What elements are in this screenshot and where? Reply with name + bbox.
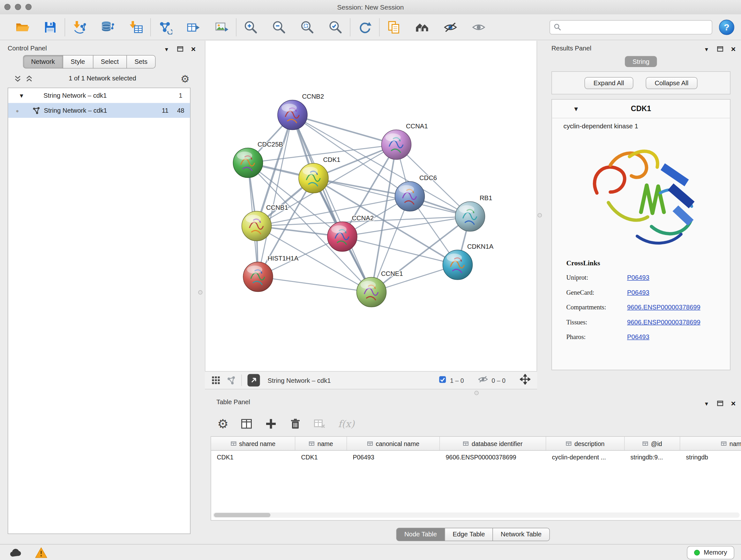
network-node-cdc6[interactable] xyxy=(395,182,425,211)
network-canvas[interactable]: CCNB2CCNA1CDC25BCDK1CDC6RB1CCNB1CCNA2CDK… xyxy=(205,41,537,371)
panel-resize-handle[interactable] xyxy=(538,213,542,218)
memory-button[interactable]: Memory xyxy=(687,546,734,559)
selected-checkbox-icon[interactable] xyxy=(439,376,447,385)
panel-float-button[interactable] xyxy=(176,45,184,53)
table-cell[interactable]: stringdb:9... xyxy=(625,451,680,464)
network-row-selected[interactable]: ● String Network – cdk1 11 48 xyxy=(8,103,190,118)
zoom-selected-button[interactable] xyxy=(326,17,345,38)
table-cell[interactable]: 9606.ENSP00000378699 xyxy=(440,451,546,464)
column-header-canonical-name[interactable]: canonical name xyxy=(347,437,440,450)
search-input[interactable] xyxy=(564,23,708,31)
network-node-hist1h1a[interactable] xyxy=(243,262,273,292)
tab-sets[interactable]: Sets xyxy=(126,55,156,69)
network-node-ccnb1[interactable] xyxy=(242,211,272,241)
network-node-ccne1[interactable] xyxy=(357,277,387,307)
crosslink-value-link[interactable]: 9606.ENSP00000378699 xyxy=(627,300,730,315)
tab-edge-table[interactable]: Edge Table xyxy=(445,528,493,541)
network-node-ccnb2[interactable] xyxy=(278,100,307,130)
expand-all-button[interactable]: Expand All xyxy=(584,77,633,89)
export-image-button[interactable] xyxy=(212,17,231,38)
panel-resize-handle[interactable] xyxy=(198,290,203,295)
close-icon: ✕ xyxy=(731,46,736,52)
scrollbar-thumb[interactable] xyxy=(214,513,271,517)
tab-node-table[interactable]: Node Table xyxy=(396,528,445,541)
network-node-ccna1[interactable] xyxy=(382,130,411,160)
create-column-button[interactable] xyxy=(265,418,277,430)
panel-menu-button[interactable]: ▾ xyxy=(163,45,171,53)
column-header-name[interactable]: name xyxy=(295,437,347,450)
network-edge[interactable] xyxy=(293,115,397,145)
show-hidden-button[interactable] xyxy=(469,17,488,38)
import-table-from-file-button[interactable] xyxy=(126,17,145,38)
open-session-button[interactable] xyxy=(12,17,31,38)
zoom-in-button[interactable] xyxy=(241,17,260,38)
grid-view-button[interactable] xyxy=(212,376,220,385)
zoom-out-button[interactable] xyxy=(270,17,289,38)
new-network-button[interactable] xyxy=(156,17,175,38)
network-node-ccna2[interactable] xyxy=(327,222,357,252)
column-header-shared-name[interactable]: shared name xyxy=(211,437,295,450)
horizontal-scrollbar[interactable] xyxy=(213,512,740,518)
table-cell[interactable]: cyclin-dependent ... xyxy=(546,451,625,464)
network-node-cdkn1a[interactable] xyxy=(443,250,473,280)
export-table-button[interactable] xyxy=(184,17,203,38)
collapse-all-button[interactable]: Collapse All xyxy=(646,77,697,89)
tab-select[interactable]: Select xyxy=(92,55,127,69)
hide-selected-button[interactable] xyxy=(441,17,460,38)
panel-close-button[interactable]: ✕ xyxy=(730,45,737,53)
panel-close-button[interactable]: ✕ xyxy=(190,45,197,53)
table-cell[interactable]: stringdb xyxy=(680,451,741,464)
network-edge[interactable] xyxy=(258,115,293,277)
protein-card-header[interactable]: ▼ CDK1 xyxy=(552,100,730,118)
save-session-button[interactable] xyxy=(41,17,60,38)
tab-network-table[interactable]: Network Table xyxy=(493,528,550,541)
tab-style[interactable]: Style xyxy=(63,55,93,69)
apply-layout-button[interactable] xyxy=(355,17,374,38)
hidden-eye-slash-icon[interactable] xyxy=(478,375,488,385)
table-options-gear-button[interactable]: ⚙ xyxy=(217,418,228,430)
delete-column-button[interactable] xyxy=(289,418,301,430)
column-header-@id[interactable]: @id xyxy=(625,437,680,450)
copy-button[interactable] xyxy=(385,17,404,38)
tab-string[interactable]: String xyxy=(625,56,657,67)
panel-close-button[interactable]: ✕ xyxy=(730,399,737,407)
column-header-description[interactable]: description xyxy=(546,437,625,450)
network-node-cdk1[interactable] xyxy=(299,164,328,193)
help-button[interactable]: ? xyxy=(719,19,734,35)
warnings-button[interactable] xyxy=(32,546,50,559)
panel-float-button[interactable] xyxy=(716,45,724,53)
table-cell[interactable]: CDK1 xyxy=(211,451,295,464)
import-network-from-file-button[interactable] xyxy=(70,17,89,38)
panel-float-button[interactable] xyxy=(716,399,724,407)
table-cell[interactable]: P06493 xyxy=(347,451,440,464)
network-share-view-button[interactable] xyxy=(227,376,235,385)
disclosure-triangle-icon[interactable]: ▼ xyxy=(19,92,24,99)
show-all-networks-button[interactable] xyxy=(413,17,432,38)
pan-move-button[interactable] xyxy=(520,374,530,387)
network-options-gear-icon[interactable]: ⚙ xyxy=(181,73,190,85)
crosslink-value-link[interactable]: P06493 xyxy=(627,329,730,345)
import-network-from-database-button[interactable] xyxy=(98,17,118,38)
panel-menu-button[interactable]: ▾ xyxy=(703,399,711,407)
network-node-rb1[interactable] xyxy=(455,202,485,232)
birds-eye-view-button[interactable] xyxy=(248,374,260,387)
crosslink-value-link[interactable]: P06493 xyxy=(627,270,730,285)
column-header-database-identifier[interactable]: database identifier xyxy=(440,437,546,450)
network-collection-row[interactable]: ▼ String Network – cdk1 1 xyxy=(8,88,190,103)
disclosure-triangle-icon[interactable]: ▼ xyxy=(573,106,579,112)
column-header-namespace[interactable]: namespace xyxy=(680,437,741,450)
search-box[interactable] xyxy=(549,20,712,34)
crosslink-value-link[interactable]: 9606.ENSP00000378699 xyxy=(627,315,730,330)
panel-menu-button[interactable]: ▾ xyxy=(703,45,711,53)
show-columns-button[interactable] xyxy=(240,418,253,430)
network-edge[interactable] xyxy=(258,277,372,292)
network-node-cdc25b[interactable] xyxy=(233,148,263,178)
zoom-fit-button[interactable] xyxy=(298,17,317,38)
crosslink-value-link[interactable]: P06493 xyxy=(627,285,730,300)
cloud-sync-button[interactable] xyxy=(7,546,24,559)
tab-network[interactable]: Network xyxy=(23,55,63,69)
table-cell[interactable]: CDK1 xyxy=(295,451,347,464)
panel-resize-handle[interactable] xyxy=(475,391,479,395)
network-edge[interactable] xyxy=(293,115,372,292)
table-row[interactable]: CDK1CDK1P064939606.ENSP00000378699cyclin… xyxy=(211,451,741,464)
